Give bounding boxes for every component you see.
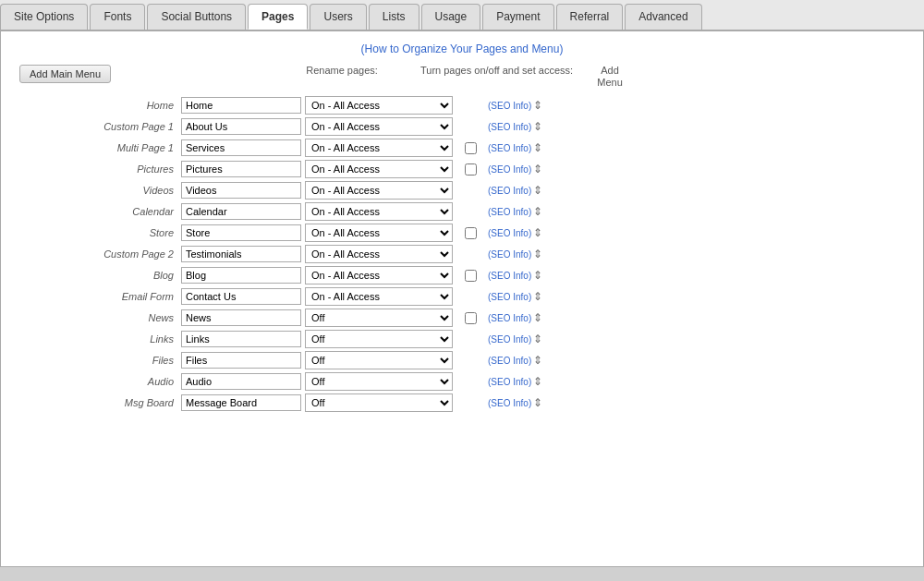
page-label: Pictures — [19, 163, 181, 175]
move-icon[interactable]: ⇕ — [533, 205, 542, 218]
move-icon[interactable]: ⇕ — [533, 354, 542, 367]
move-icon[interactable]: ⇕ — [533, 226, 542, 239]
table-row: Custom Page 1On - All AccessOn - AccessO… — [19, 117, 905, 136]
col-header-rename: Rename pages: — [277, 65, 407, 89]
table-row: StoreOn - All AccessOn - AccessOff(SEO I… — [19, 224, 905, 242]
move-icon[interactable]: ⇕ — [533, 396, 542, 409]
page-label: News — [19, 312, 181, 323]
seo-info-link[interactable]: (SEO Info) — [488, 249, 531, 260]
access-select[interactable]: On - All AccessOn - AccessOff — [305, 372, 453, 391]
tab-fonts[interactable]: Fonts — [90, 4, 145, 30]
seo-info-link[interactable]: (SEO Info) — [488, 334, 531, 345]
table-headers: Rename pages: Turn pages on/off and set … — [277, 65, 633, 89]
access-select[interactable]: On - All AccessOn - AccessOff — [305, 224, 453, 242]
tab-payment[interactable]: Payment — [482, 4, 553, 30]
seo-info-link[interactable]: (SEO Info) — [488, 313, 531, 323]
access-select[interactable]: On - All AccessOn - AccessOff — [305, 202, 453, 221]
access-select[interactable]: On - All AccessOn - AccessOff — [305, 266, 453, 284]
page-name-input[interactable] — [181, 139, 301, 156]
checkbox-cell — [456, 312, 484, 324]
seo-info-link[interactable]: (SEO Info) — [488, 186, 531, 196]
page-label: Blog — [19, 270, 181, 281]
tab-lists[interactable]: Lists — [369, 4, 419, 30]
page-label: Custom Page 2 — [19, 248, 181, 260]
tab-advanced[interactable]: Advanced — [625, 4, 701, 30]
table-row: Multi Page 1On - All AccessOn - AccessOf… — [19, 139, 905, 157]
page-name-input[interactable] — [181, 118, 301, 135]
page-name-input[interactable] — [181, 246, 301, 262]
tab-referral[interactable]: Referral — [556, 4, 624, 30]
page-name-input[interactable] — [181, 182, 301, 199]
move-icon[interactable]: ⇕ — [533, 311, 542, 324]
seo-info-link[interactable]: (SEO Info) — [488, 398, 531, 408]
controls-row: Add Main Menu Rename pages: Turn pages o… — [19, 65, 905, 91]
seo-info-link[interactable]: (SEO Info) — [488, 207, 531, 217]
tab-usage[interactable]: Usage — [421, 4, 481, 30]
add-menu-checkbox[interactable] — [465, 142, 477, 154]
page-label: Store — [19, 227, 181, 238]
move-icon[interactable]: ⇕ — [533, 290, 542, 303]
move-icon[interactable]: ⇕ — [533, 120, 542, 133]
page-label: Files — [19, 355, 181, 366]
page-name-input[interactable] — [181, 309, 301, 326]
howto-link-anchor[interactable]: (How to Organize Your Pages and Menu) — [361, 42, 564, 55]
move-icon[interactable]: ⇕ — [533, 184, 542, 197]
checkbox-cell — [456, 142, 484, 154]
page-name-input[interactable] — [181, 203, 301, 220]
page-name-input[interactable] — [181, 288, 301, 305]
seo-info-link[interactable]: (SEO Info) — [488, 356, 531, 366]
tab-site-options[interactable]: Site Options — [0, 4, 88, 30]
access-select[interactable]: On - All AccessOn - AccessOff — [305, 287, 453, 306]
add-menu-checkbox[interactable] — [465, 270, 477, 282]
move-icon[interactable]: ⇕ — [533, 248, 542, 260]
move-icon[interactable]: ⇕ — [533, 333, 542, 345]
page-name-input[interactable] — [181, 331, 301, 347]
table-row: AudioOn - All AccessOn - AccessOff(SEO I… — [19, 372, 905, 391]
seo-info-link[interactable]: (SEO Info) — [488, 292, 531, 302]
table-row: VideosOn - All AccessOn - AccessOff(SEO … — [19, 181, 905, 200]
page-name-input[interactable] — [181, 97, 301, 114]
tab-social-buttons[interactable]: Social Buttons — [147, 4, 246, 30]
access-select[interactable]: On - All AccessOn - AccessOff — [305, 309, 453, 327]
seo-info-link[interactable]: (SEO Info) — [488, 164, 531, 175]
page-name-input[interactable] — [181, 373, 301, 390]
seo-info-link[interactable]: (SEO Info) — [488, 101, 531, 111]
seo-info-link[interactable]: (SEO Info) — [488, 377, 531, 387]
table-row: PicturesOn - All AccessOn - AccessOff(SE… — [19, 160, 905, 178]
move-icon[interactable]: ⇕ — [533, 99, 542, 112]
page-name-input[interactable] — [181, 224, 301, 241]
howto-link[interactable]: (How to Organize Your Pages and Menu) — [19, 42, 905, 55]
move-icon[interactable]: ⇕ — [533, 141, 542, 154]
page-name-input[interactable] — [181, 394, 301, 411]
access-select[interactable]: On - All AccessOn - AccessOff — [305, 181, 453, 200]
add-menu-checkbox[interactable] — [465, 227, 477, 239]
seo-info-link[interactable]: (SEO Info) — [488, 143, 531, 153]
table-row: CalendarOn - All AccessOn - AccessOff(SE… — [19, 202, 905, 221]
table-row: Email FormOn - All AccessOn - AccessOff(… — [19, 287, 905, 306]
add-menu-checkbox[interactable] — [465, 163, 477, 176]
seo-info-link[interactable]: (SEO Info) — [488, 122, 531, 132]
access-select[interactable]: On - All AccessOn - AccessOff — [305, 96, 453, 115]
access-select[interactable]: On - All AccessOn - AccessOff — [305, 245, 453, 263]
access-select[interactable]: On - All AccessOn - AccessOff — [305, 117, 453, 136]
page-label: Email Form — [19, 291, 181, 302]
checkbox-cell — [456, 163, 484, 176]
page-name-input[interactable] — [181, 161, 301, 177]
page-name-input[interactable] — [181, 352, 301, 369]
move-icon[interactable]: ⇕ — [533, 375, 542, 388]
seo-info-link[interactable]: (SEO Info) — [488, 271, 531, 281]
seo-info-link[interactable]: (SEO Info) — [488, 228, 531, 238]
access-select[interactable]: On - All AccessOn - AccessOff — [305, 139, 453, 157]
page-label: Msg Board — [19, 397, 181, 408]
access-select[interactable]: On - All AccessOn - AccessOff — [305, 330, 453, 348]
move-icon[interactable]: ⇕ — [533, 269, 542, 282]
access-select[interactable]: On - All AccessOn - AccessOff — [305, 351, 453, 369]
tab-users[interactable]: Users — [310, 4, 366, 30]
access-select[interactable]: On - All AccessOn - AccessOff — [305, 393, 453, 412]
tab-pages[interactable]: Pages — [248, 4, 308, 30]
move-icon[interactable]: ⇕ — [533, 163, 542, 176]
add-menu-checkbox[interactable] — [465, 312, 477, 324]
access-select[interactable]: On - All AccessOn - AccessOff — [305, 160, 453, 178]
page-name-input[interactable] — [181, 267, 301, 284]
add-main-menu-button[interactable]: Add Main Menu — [19, 65, 111, 83]
